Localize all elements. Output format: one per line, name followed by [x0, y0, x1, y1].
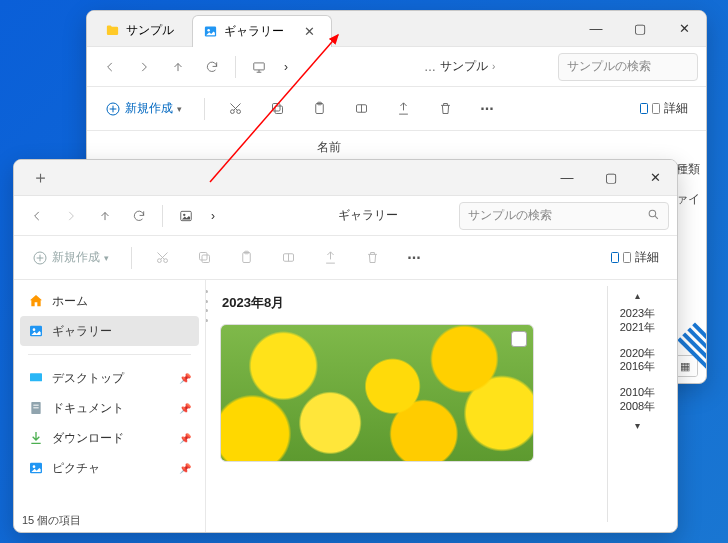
chevron-right-icon: › — [205, 209, 328, 223]
maximize-button[interactable]: ▢ — [618, 11, 662, 47]
detail-icon — [652, 103, 660, 114]
search-placeholder: サンプルの検索 — [468, 207, 552, 224]
delete-button[interactable] — [429, 93, 461, 125]
timeline-range[interactable]: 2020年2016年 — [620, 347, 655, 375]
refresh-button[interactable] — [124, 201, 154, 231]
back-button[interactable] — [95, 52, 125, 82]
home-icon — [28, 293, 44, 309]
gallery-main: 2023年8月 ▴ 2023年2021年 2020年2016年 2010年200… — [206, 280, 677, 532]
minimize-button[interactable]: — — [545, 160, 589, 196]
desktop-icon — [28, 370, 44, 386]
up-button[interactable] — [163, 52, 193, 82]
breadcrumb[interactable]: ギャラリー — [332, 207, 455, 224]
refresh-button[interactable] — [197, 52, 227, 82]
path-segment[interactable]: ギャラリー — [338, 207, 398, 224]
column-name[interactable]: 名前 — [317, 139, 341, 156]
close-tab-icon[interactable]: ✕ — [298, 22, 321, 41]
breadcrumb[interactable]: … サンプル › — [418, 58, 554, 75]
timeline-range[interactable]: 2010年2008年 — [620, 386, 655, 414]
more-icon[interactable]: … — [424, 60, 436, 74]
close-button[interactable]: ✕ — [633, 160, 677, 196]
splitter-grip[interactable] — [206, 290, 210, 322]
downloads-icon — [28, 430, 44, 446]
sidebar-item-label: ドキュメント — [52, 400, 124, 417]
divider — [28, 354, 191, 355]
copy-button[interactable] — [261, 93, 293, 125]
cut-button[interactable] — [219, 93, 251, 125]
pictures-icon — [28, 460, 44, 476]
svg-point-1 — [207, 29, 210, 32]
new-tab-button[interactable]: ＋ — [32, 166, 49, 189]
gallery-thumbnail[interactable] — [220, 324, 534, 462]
tab-gallery[interactable]: ギャラリー ✕ — [192, 15, 332, 47]
sidebar-item-downloads[interactable]: ダウンロード 📌 — [14, 423, 205, 453]
sidebar-item-label: ホーム — [52, 293, 88, 310]
details-pane-button[interactable]: 詳細 — [632, 96, 696, 121]
up-button[interactable] — [90, 201, 120, 231]
sidebar-item-home[interactable]: ホーム — [14, 286, 205, 316]
gallery-icon — [171, 201, 201, 231]
detail-label: 詳細 — [664, 100, 688, 117]
tab-label: ギャラリー — [224, 23, 284, 40]
close-button[interactable]: ✕ — [662, 11, 706, 47]
svg-rect-6 — [275, 106, 283, 114]
tab-sample[interactable]: サンプル — [95, 15, 184, 47]
svg-rect-26 — [33, 405, 38, 406]
thumbnail-image — [221, 325, 533, 461]
window-controls: — ▢ ✕ — [574, 11, 706, 47]
scroll-up-icon[interactable]: ▴ — [635, 290, 640, 301]
group-header: 2023年8月 — [222, 294, 663, 312]
folder-icon — [105, 23, 120, 38]
share-button[interactable] — [387, 93, 419, 125]
new-label: 新規作成 — [52, 249, 100, 266]
pin-icon[interactable]: 📌 — [179, 403, 191, 414]
detail-icon — [640, 103, 648, 114]
sidebar-item-pictures[interactable]: ピクチャ 📌 — [14, 453, 205, 483]
details-pane-button[interactable]: 詳細 — [603, 245, 667, 270]
sidebar-item-documents[interactable]: ドキュメント 📌 — [14, 393, 205, 423]
addressbar: › ギャラリー サンプルの検索 — [14, 196, 677, 236]
pin-icon[interactable]: 📌 — [179, 373, 191, 384]
forward-button[interactable] — [56, 201, 86, 231]
column-type[interactable]: 種類 — [676, 161, 700, 178]
pin-icon[interactable]: 📌 — [179, 433, 191, 444]
path-segment[interactable]: サンプル — [440, 58, 488, 75]
copy-button — [188, 242, 220, 274]
more-button[interactable]: ··· — [398, 242, 430, 274]
addressbar: › … サンプル › サンプルの検索 — [87, 47, 706, 87]
tab-label: サンプル — [126, 22, 174, 39]
checkbox[interactable] — [511, 331, 527, 347]
sidebar-item-label: ギャラリー — [52, 323, 112, 340]
chevron-right-icon: › — [492, 61, 495, 72]
new-button: 新規作成 ▾ — [24, 245, 117, 270]
new-button[interactable]: 新規作成 ▾ — [97, 96, 190, 121]
share-button — [314, 242, 346, 274]
maximize-button[interactable]: ▢ — [589, 160, 633, 196]
monitor-icon[interactable] — [244, 52, 274, 82]
rename-button[interactable] — [345, 93, 377, 125]
forward-button[interactable] — [129, 52, 159, 82]
chevron-down-icon: ▾ — [177, 104, 182, 114]
search-input[interactable]: サンプルの検索 — [459, 202, 669, 230]
titlebar: サンプル ギャラリー ✕ — ▢ ✕ — [87, 11, 706, 47]
detail-icon — [611, 252, 619, 263]
detail-label: 詳細 — [635, 249, 659, 266]
sidebar-item-label: ダウンロード — [52, 430, 124, 447]
scroll-down-icon[interactable]: ▾ — [635, 420, 640, 431]
sidebar-item-gallery[interactable]: ギャラリー — [20, 316, 199, 346]
detail-icon — [623, 252, 631, 263]
paste-button — [230, 242, 262, 274]
timeline-scrubber[interactable]: ▴ 2023年2021年 2020年2016年 2010年2008年 ▾ — [607, 286, 667, 522]
timeline-range[interactable]: 2023年2021年 — [620, 307, 655, 335]
paste-button[interactable] — [303, 93, 335, 125]
back-button[interactable] — [22, 201, 52, 231]
crumb-sep: › — [278, 60, 414, 74]
pin-icon[interactable]: 📌 — [179, 463, 191, 474]
minimize-button[interactable]: — — [574, 11, 618, 47]
search-input[interactable]: サンプルの検索 — [558, 53, 698, 81]
divider — [235, 56, 236, 78]
more-button[interactable]: ··· — [471, 93, 503, 125]
sidebar-item-label: デスクトップ — [52, 370, 124, 387]
svg-rect-2 — [254, 62, 265, 69]
sidebar-item-desktop[interactable]: デスクトップ 📌 — [14, 363, 205, 393]
